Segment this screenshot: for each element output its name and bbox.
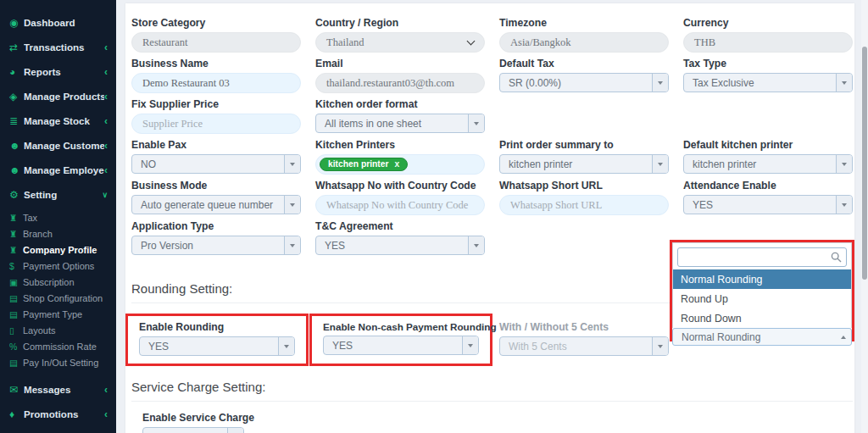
sidebar-item-manage-customers[interactable]: ☻ Manage Customers ‹ (0, 133, 116, 158)
sidebar-item-promotions[interactable]: ♦ Promotions ‹ (0, 402, 116, 426)
sidebar-item-tax[interactable]: ♜ Tax (0, 209, 116, 225)
dropdown-option-round-up[interactable]: Round Up (673, 289, 851, 308)
tc-agreement-select[interactable]: YES (315, 236, 485, 255)
dropdown-arrow-icon (652, 337, 668, 355)
field-business-mode: Business Mode Auto generate queue number (131, 180, 301, 215)
kitchen-printers-multiselect[interactable]: kitchen printer x (315, 154, 485, 175)
sidebar-item-messages[interactable]: ✉ Messages ‹ (0, 377, 116, 402)
store-category-input: Restaurant (131, 32, 301, 53)
chevron-down-icon: ∨ (102, 191, 108, 199)
sidebar-item-branch[interactable]: ♜ Branch (0, 225, 116, 241)
sidebar-item-manage-employees[interactable]: ☻ Manage Employees ‹ (0, 158, 116, 182)
field-kitchen-order-format: Kitchen order format All items in one sh… (315, 98, 485, 134)
chevron-left-icon: ‹ (104, 384, 108, 396)
business-mode-select[interactable]: Auto generate queue number (131, 195, 301, 214)
sidebar-item-manage-products[interactable]: ◈ Manage Products ‹ (0, 84, 116, 108)
bank-icon: ♜ (9, 229, 23, 239)
dropdown-arrow-icon (284, 155, 300, 173)
rounding-type-dropdown-panel: Normal Rounding Round Up Round Down (672, 242, 852, 328)
list-icon: ▤ (9, 309, 23, 319)
field-country-region: Country / Region Thailand (315, 17, 485, 53)
sidebar-item-pay-in-out-setting[interactable]: ▤ Pay In/Out Setting (0, 354, 116, 370)
timezone-value: Asia/Bangkok (510, 36, 571, 49)
sidebar-item-label: Dashboard (24, 17, 108, 28)
email-input: thailand.restaurant03@th.com (315, 73, 485, 93)
enable-rounding-select[interactable]: YES (139, 336, 295, 356)
enable-rounding-highlight-box: Enable Rounding YES (125, 314, 309, 366)
field-five-cents: With / Without 5 Cents With 5 Cents (499, 314, 669, 366)
fix-supplier-price-input[interactable] (131, 114, 301, 134)
application-type-select[interactable]: Pro Version (131, 236, 301, 255)
field-timezone: Timezone Asia/Bangkok (499, 17, 669, 53)
default-kitchen-printer-select[interactable]: kitchen printer (683, 154, 853, 174)
dropdown-arrow-icon (836, 74, 852, 92)
file-icon: ▯ (9, 325, 23, 336)
sidebar-item-payment-options[interactable]: $ Payment Options (0, 258, 116, 274)
chevron-left-icon: ‹ (104, 42, 108, 53)
rounding-type-select[interactable]: Normal Rounding (672, 328, 852, 346)
currency-value: THB (694, 36, 715, 49)
dropdown-arrow-up-icon (835, 336, 851, 339)
dropdown-search-input[interactable] (677, 247, 847, 267)
sidebar-item-setting[interactable]: ⚙ Setting ∨ (0, 182, 116, 207)
tax-type-select[interactable]: Tax Exclusive (683, 73, 853, 92)
chevron-left-icon: ‹ (104, 91, 108, 103)
sidebar-item-manage-stock[interactable]: ≣ Manage Stock ‹ (0, 108, 116, 133)
field-enable-service-charge: Enable Service Charge NO (142, 412, 853, 433)
sidebar-item-transactions[interactable]: ⇄ Transactions ‹ (0, 35, 116, 59)
chevron-down-icon (467, 37, 476, 46)
whatsapp-short-url-input[interactable] (499, 195, 669, 215)
whatsapp-no-input[interactable] (315, 195, 485, 215)
tag-label: kitchen printer (328, 160, 389, 169)
dropdown-arrow-icon (227, 428, 243, 433)
business-name-input[interactable]: Demo Restaurant 03 (131, 73, 301, 93)
country-region-select[interactable]: Thailand (315, 32, 485, 53)
briefcase-icon: ▣ (9, 277, 23, 287)
sidebar-item-reports[interactable]: ◕ Reports ‹ (0, 59, 116, 84)
employees-icon: ☻ (9, 164, 24, 176)
percent-icon: % (9, 341, 23, 352)
dollar-icon: $ (9, 261, 23, 271)
sidebar-item-commission-rate[interactable]: % Commission Rate (0, 338, 116, 354)
grid-spacer (683, 98, 853, 134)
dropdown-option-round-down[interactable]: Round Down (673, 308, 851, 328)
dropdown-arrow-icon (652, 74, 668, 92)
sidebar-item-layouts[interactable]: ▯ Layouts (0, 322, 116, 338)
field-attendance-enable: Attendance Enable YES (683, 180, 853, 215)
dropdown-option-normal-rounding[interactable]: Normal Rounding (673, 269, 851, 289)
stock-icon: ≣ (9, 115, 24, 127)
kitchen-order-format-select[interactable]: All items in one sheet (315, 114, 485, 133)
page-scrollbar-thumb[interactable] (862, 47, 867, 280)
print-order-summary-select[interactable]: kitchen printer (499, 154, 669, 174)
store-category-value: Restaurant (142, 36, 187, 49)
field-currency: Currency THB (683, 17, 853, 53)
list-icon: ▤ (9, 358, 23, 368)
grid-spacer (499, 220, 669, 256)
field-print-order-summary: Print order summary to kitchen printer (499, 139, 669, 175)
enable-pax-select[interactable]: NO (131, 154, 301, 174)
noncash-rounding-select[interactable]: YES (323, 336, 479, 355)
chevron-left-icon: ‹ (104, 140, 108, 152)
sidebar-item-dashboard[interactable]: ◉ Dashboard (0, 10, 116, 35)
products-icon: ◈ (9, 91, 24, 103)
business-name-value: Demo Restaurant 03 (142, 77, 230, 90)
page-scrollbar-track[interactable] (861, 0, 868, 433)
search-icon (831, 252, 842, 263)
customers-icon: ☻ (9, 140, 24, 152)
field-default-kitchen-printer: Default kitchen printer kitchen printer (683, 139, 853, 175)
setting-submenu: ♜ Tax ♜ Branch ♜ Company Profile $ Payme… (0, 207, 116, 372)
field-fix-supplier-price: Fix Supplier Price (131, 98, 301, 134)
default-tax-select[interactable]: SR (0.00%) (499, 73, 669, 92)
reports-icon: ◕ (9, 66, 24, 78)
sidebar-item-subscription[interactable]: ▣ Subscription (0, 274, 116, 290)
dashboard-icon: ◉ (9, 17, 24, 29)
profile-form-grid: Store Category Restaurant Country / Regi… (131, 17, 853, 256)
sidebar-item-payment-type[interactable]: ▤ Payment Type (0, 306, 116, 322)
field-application-type: Application Type Pro Version (131, 220, 301, 256)
sidebar-item-company-profile[interactable]: ♜ Company Profile (0, 241, 116, 258)
remove-tag-icon[interactable]: x (395, 160, 400, 169)
enable-service-charge-select[interactable]: NO (142, 427, 244, 433)
attendance-enable-select[interactable]: YES (683, 195, 853, 214)
sidebar-item-shop-configuration[interactable]: ▤ Shop Configuration (0, 290, 116, 306)
rounding-type-dropdown-highlight-box: Normal Rounding Round Up Round Down Norm… (670, 240, 854, 341)
